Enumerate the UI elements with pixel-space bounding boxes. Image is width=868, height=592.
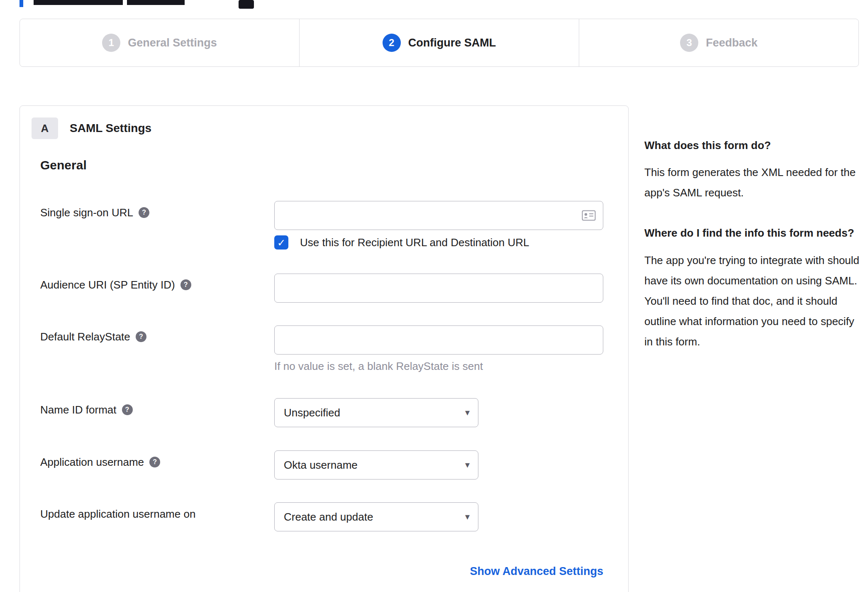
audience-uri-label: Audience URI (SP Entity ID) xyxy=(40,278,175,291)
chevron-down-icon: ▾ xyxy=(465,399,470,427)
sidebar-body-where: The app you're trying to integrate with … xyxy=(644,250,860,352)
audience-uri-input[interactable] xyxy=(274,274,603,303)
selected-value: Okta username xyxy=(284,451,358,479)
sso-checkbox-label: Use this for Recipient URL and Destinati… xyxy=(300,236,529,249)
contact-card-icon[interactable] xyxy=(582,210,596,221)
chevron-down-icon: ▾ xyxy=(465,451,470,479)
step-label: Configure SAML xyxy=(408,37,496,49)
help-icon[interactable]: ? xyxy=(122,404,133,415)
step-number-badge: 3 xyxy=(680,34,698,52)
selected-value: Unspecified xyxy=(284,399,340,427)
sso-checkbox[interactable]: ✓ xyxy=(274,235,288,250)
application-username-select[interactable]: Okta username ▾ xyxy=(274,450,478,479)
help-icon[interactable]: ? xyxy=(180,279,191,290)
update-username-select[interactable]: Create and update ▾ xyxy=(274,502,478,531)
relaystate-hint: If no value is set, a blank RelayState i… xyxy=(274,360,483,373)
sidebar-heading-where: Where do I find the info this form needs… xyxy=(644,222,860,244)
step-number-badge: 2 xyxy=(383,34,401,52)
default-relaystate-label: Default RelayState xyxy=(40,330,130,343)
sso-url-label: Single sign-on URL xyxy=(40,206,133,219)
name-id-format-label: Name ID format xyxy=(40,403,117,416)
sidebar-body-what: This form generates the XML needed for t… xyxy=(644,162,860,203)
update-username-label: Update application username on xyxy=(40,507,195,521)
panel-title: SAML Settings xyxy=(70,117,151,139)
step-label: General Settings xyxy=(128,37,217,49)
cutoff-header-text xyxy=(127,0,185,5)
help-icon[interactable]: ? xyxy=(149,457,160,467)
step-general-settings[interactable]: 1 General Settings xyxy=(20,19,299,66)
sidebar-heading-what: What does this form do? xyxy=(644,138,860,152)
application-username-label: Application username xyxy=(40,455,144,469)
step-configure-saml[interactable]: 2 Configure SAML xyxy=(299,19,579,66)
name-id-format-select[interactable]: Unspecified ▾ xyxy=(274,398,478,427)
cutoff-header-accent xyxy=(20,0,23,7)
step-label: Feedback xyxy=(706,37,758,49)
cutoff-header-text xyxy=(34,0,123,5)
section-a-badge: A xyxy=(32,117,58,139)
general-section-heading: General xyxy=(40,158,87,172)
show-advanced-settings-link[interactable]: Show Advanced Settings xyxy=(274,565,603,578)
default-relaystate-input[interactable] xyxy=(274,325,603,355)
selected-value: Create and update xyxy=(284,503,373,531)
step-number-badge: 1 xyxy=(102,34,120,52)
check-icon: ✓ xyxy=(275,236,288,250)
sso-url-input[interactable] xyxy=(274,201,603,230)
chevron-down-icon: ▾ xyxy=(465,503,470,531)
saml-settings-panel: A SAML Settings General Single sign-on U… xyxy=(20,105,629,592)
help-icon[interactable]: ? xyxy=(139,207,149,218)
wizard-stepper: 1 General Settings 2 Configure SAML 3 Fe… xyxy=(20,19,859,67)
help-icon[interactable]: ? xyxy=(136,331,146,342)
cutoff-header-icon xyxy=(239,0,254,9)
step-feedback[interactable]: 3 Feedback xyxy=(579,19,858,66)
help-sidebar: What does this form do? This form genera… xyxy=(644,138,860,371)
